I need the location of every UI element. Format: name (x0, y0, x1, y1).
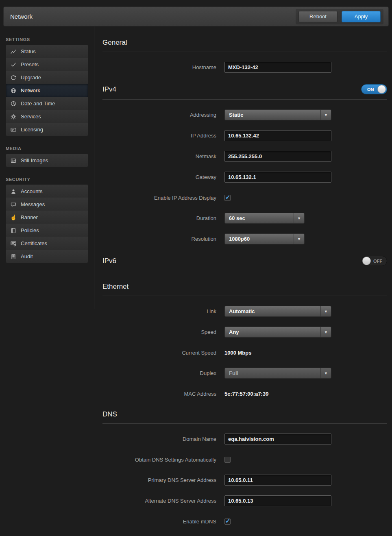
license-card-icon (10, 127, 17, 133)
sidebar-section-media: MEDIA (0, 142, 94, 154)
clock-icon (10, 101, 17, 107)
hostname-label: Hostname (102, 64, 224, 70)
chevron-down-icon: ▼ (320, 110, 331, 120)
duration-dropdown[interactable]: 60 sec ▼ (224, 213, 305, 224)
check-icon (10, 62, 17, 68)
ipv6-toggle[interactable]: OFF (361, 256, 387, 266)
enable-mdns-checkbox[interactable] (224, 519, 231, 525)
toggle-off-label: OFF (373, 259, 382, 264)
dropdown-value: Full (229, 370, 238, 376)
reboot-button[interactable]: Reboot (298, 11, 338, 22)
domain-name-label: Domain Name (102, 436, 224, 442)
section-title-ipv6: IPv6 (102, 257, 116, 265)
link-dropdown[interactable]: Automatic ▼ (224, 306, 331, 317)
sidebar-item-policies[interactable]: Policies (6, 224, 88, 237)
gateway-input[interactable] (224, 172, 331, 183)
sidebar-item-label: Services (21, 113, 41, 120)
sidebar-item-label: Presets (21, 61, 39, 68)
main-content: General Hostname IPv4 ON Addressing Stat… (94, 26, 392, 536)
sidebar-item-label: Messages (21, 201, 45, 207)
header-bar: Network Reboot Apply (3, 7, 389, 26)
apply-button[interactable]: Apply (342, 11, 381, 22)
sidebar-item-label: Policies (21, 227, 39, 233)
toggle-on-label: ON (367, 87, 374, 92)
ipv6-section-header: IPv6 OFF (102, 254, 387, 271)
nav-group-settings: Status Presets Upgrade Network Date and … (6, 45, 88, 136)
domain-name-row: Domain Name (102, 434, 387, 444)
link-row: Link Automatic ▼ (102, 306, 387, 317)
duration-row: Duration 60 sec ▼ (102, 213, 387, 224)
chevron-down-icon: ▼ (320, 306, 331, 316)
netmask-row: Netmask (102, 151, 387, 162)
speed-dropdown[interactable]: Any ▼ (224, 327, 331, 338)
duplex-dropdown[interactable]: Full ▼ (224, 368, 331, 379)
sidebar-item-services[interactable]: Services (6, 110, 88, 123)
netmask-input[interactable] (224, 151, 331, 162)
section-title-ipv4: IPv4 (102, 85, 116, 94)
hostname-input[interactable] (224, 62, 331, 73)
dropdown-value: Any (229, 329, 239, 335)
section-title-dns: DNS (102, 410, 117, 418)
domain-name-input[interactable] (224, 434, 331, 444)
sidebar-item-status[interactable]: Status (6, 45, 88, 58)
sidebar-item-accounts[interactable]: Accounts (6, 185, 88, 198)
page-title: Network (10, 13, 296, 20)
sidebar-item-label: Licensing (21, 126, 43, 133)
ip-address-label: IP Address (102, 133, 224, 139)
alternate-dns-row: Alternate DNS Server Address (102, 495, 387, 506)
nav-group-media: Still Images (6, 154, 88, 167)
sidebar-item-banner[interactable]: ☝ Banner (6, 211, 88, 224)
sidebar-item-date-and-time[interactable]: Date and Time (6, 97, 88, 110)
link-label: Link (102, 308, 224, 314)
sidebar-item-label: Still Images (21, 157, 48, 163)
current-speed-row: Current Speed 1000 Mbps (102, 347, 387, 358)
obtain-dns-row: Obtain DNS Settings Automatically (102, 454, 387, 465)
dropdown-value: Automatic (229, 308, 255, 314)
speed-row: Speed Any ▼ (102, 327, 387, 338)
dropdown-value: 60 sec (229, 215, 245, 221)
primary-dns-input[interactable] (224, 475, 331, 486)
obtain-dns-label: Obtain DNS Settings Automatically (102, 457, 224, 463)
sidebar: SETTINGS Status Presets Upgrade Network … (0, 26, 94, 309)
sidebar-item-still-images[interactable]: Still Images (6, 154, 88, 167)
enable-mdns-label: Enable mDNS (102, 519, 224, 525)
refresh-icon (10, 75, 17, 81)
sidebar-item-label: Banner (21, 214, 38, 220)
primary-dns-label: Primary DNS Server Address (102, 477, 224, 483)
ip-address-input[interactable] (224, 130, 331, 141)
document-icon (10, 254, 17, 259)
person-icon (10, 189, 17, 194)
sidebar-item-label: Audit (21, 253, 33, 259)
resolution-row: Resolution 1080p60 ▼ (102, 233, 387, 244)
sidebar-item-network[interactable]: Network (6, 84, 88, 97)
resolution-dropdown[interactable]: 1080p60 ▼ (224, 233, 305, 244)
sidebar-section-security: SECURITY (0, 173, 94, 185)
certificate-icon (10, 241, 17, 246)
sidebar-item-presets[interactable]: Presets (6, 58, 88, 71)
line-chart-icon (10, 49, 17, 54)
duration-label: Duration (102, 215, 224, 221)
sidebar-item-messages[interactable]: Messages (6, 198, 88, 211)
toggle-knob (377, 85, 386, 94)
addressing-row: Addressing Static ▼ (102, 109, 387, 120)
ipv4-section-header: IPv4 ON (102, 83, 387, 100)
sidebar-item-certificates[interactable]: Certificates (6, 237, 88, 250)
sidebar-section-settings: SETTINGS (0, 33, 94, 45)
chevron-down-icon: ▼ (294, 234, 304, 244)
ipv4-toggle[interactable]: ON (361, 84, 387, 94)
chevron-down-icon: ▼ (320, 327, 331, 337)
sidebar-item-upgrade[interactable]: Upgrade (6, 71, 88, 84)
alternate-dns-input[interactable] (224, 495, 331, 506)
sidebar-item-licensing[interactable]: Licensing (6, 123, 88, 136)
sidebar-item-audit[interactable]: Audit (6, 250, 88, 263)
obtain-dns-checkbox[interactable] (224, 457, 231, 463)
primary-dns-row: Primary DNS Server Address (102, 475, 387, 486)
hostname-row: Hostname (102, 62, 387, 73)
addressing-dropdown[interactable]: Static ▼ (224, 109, 331, 120)
enable-ip-display-row: Enable IP Address Display (102, 192, 387, 203)
toggle-knob (362, 257, 371, 265)
chevron-down-icon: ▼ (320, 368, 331, 378)
book-icon (10, 228, 17, 233)
enable-ip-display-checkbox[interactable] (224, 195, 231, 201)
section-title-ethernet: Ethernet (102, 283, 128, 291)
